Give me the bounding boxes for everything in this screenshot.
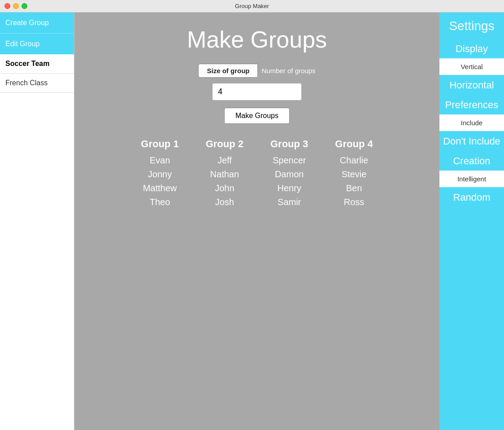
group-col-2: Group 2 Jeff Nathan John Josh bbox=[206, 138, 243, 207]
group-col-3: Group 3 Spencer Damon Henry Samir bbox=[270, 138, 308, 207]
group-4-member-3: Ben bbox=[346, 183, 362, 193]
group-2-member-2: Nathan bbox=[210, 169, 239, 180]
close-button[interactable] bbox=[4, 3, 10, 9]
group-col-4: Group 4 Charlie Stevie Ben Ross bbox=[335, 138, 373, 207]
group-1-member-3: Matthew bbox=[143, 183, 177, 193]
random-option[interactable]: Random bbox=[439, 187, 504, 208]
group-1-member-4: Theo bbox=[150, 197, 170, 207]
maximize-button[interactable] bbox=[22, 3, 27, 9]
group-2-member-3: John bbox=[215, 183, 234, 193]
page-title: Make Groups bbox=[187, 26, 327, 53]
group-4-member-1: Charlie bbox=[340, 155, 368, 166]
group-2-member-4: Josh bbox=[215, 197, 234, 207]
groups-table: Group 1 Evan Jonny Matthew Theo Group 2 … bbox=[141, 138, 373, 207]
left-sidebar: Create Group Edit Group Soccer Team Fren… bbox=[0, 13, 74, 430]
group-1-member-2: Jonny bbox=[148, 169, 172, 180]
settings-title: Settings bbox=[439, 13, 504, 39]
group-2-header: Group 2 bbox=[206, 138, 243, 150]
vertical-option[interactable]: Vertical bbox=[439, 58, 504, 75]
size-input[interactable] bbox=[212, 83, 302, 101]
edit-group-button[interactable]: Edit Group bbox=[0, 33, 74, 54]
group-col-1: Group 1 Evan Jonny Matthew Theo bbox=[141, 138, 178, 207]
center-content: Make Groups Size of group Number of grou… bbox=[74, 13, 439, 430]
app-body: Create Group Edit Group Soccer Team Fren… bbox=[0, 13, 504, 430]
group-3-member-4: Samir bbox=[278, 197, 301, 207]
intelligent-option[interactable]: Intelligent bbox=[439, 171, 504, 187]
group-1-member-1: Evan bbox=[150, 155, 170, 166]
title-bar: Group Maker bbox=[0, 0, 504, 13]
display-section-title: Display bbox=[439, 39, 504, 58]
minimize-button[interactable] bbox=[13, 3, 19, 9]
make-groups-button[interactable]: Make Groups bbox=[224, 108, 290, 124]
traffic-lights bbox=[4, 3, 27, 9]
group-2-member-1: Jeff bbox=[217, 155, 232, 166]
group-4-member-4: Ross bbox=[344, 197, 365, 207]
group-4-member-2: Stevie bbox=[342, 169, 367, 180]
preferences-section-title: Preferences bbox=[439, 96, 504, 114]
include-option[interactable]: Include bbox=[439, 114, 504, 131]
window-title: Group Maker bbox=[235, 3, 269, 9]
group-3-header: Group 3 bbox=[270, 138, 308, 150]
tabs-row: Size of group Number of groups bbox=[198, 64, 315, 78]
right-sidebar: Settings Display Vertical Horizontal Pre… bbox=[439, 13, 504, 430]
tab-size-of-group[interactable]: Size of group bbox=[198, 64, 258, 78]
tab-number-of-groups-label: Number of groups bbox=[261, 67, 315, 75]
group-3-member-1: Spencer bbox=[273, 155, 306, 166]
group-3-member-3: Henry bbox=[277, 183, 301, 193]
horizontal-option[interactable]: Horizontal bbox=[439, 75, 504, 96]
dont-include-option[interactable]: Don't Include bbox=[439, 131, 504, 152]
group-4-header: Group 4 bbox=[335, 138, 373, 150]
group-1-header: Group 1 bbox=[141, 138, 178, 150]
sidebar-item-soccer-team[interactable]: Soccer Team bbox=[0, 54, 74, 74]
creation-section-title: Creation bbox=[439, 152, 504, 171]
create-group-button[interactable]: Create Group bbox=[0, 13, 74, 33]
sidebar-item-french-class[interactable]: French Class bbox=[0, 74, 74, 93]
group-3-member-2: Damon bbox=[275, 169, 304, 180]
